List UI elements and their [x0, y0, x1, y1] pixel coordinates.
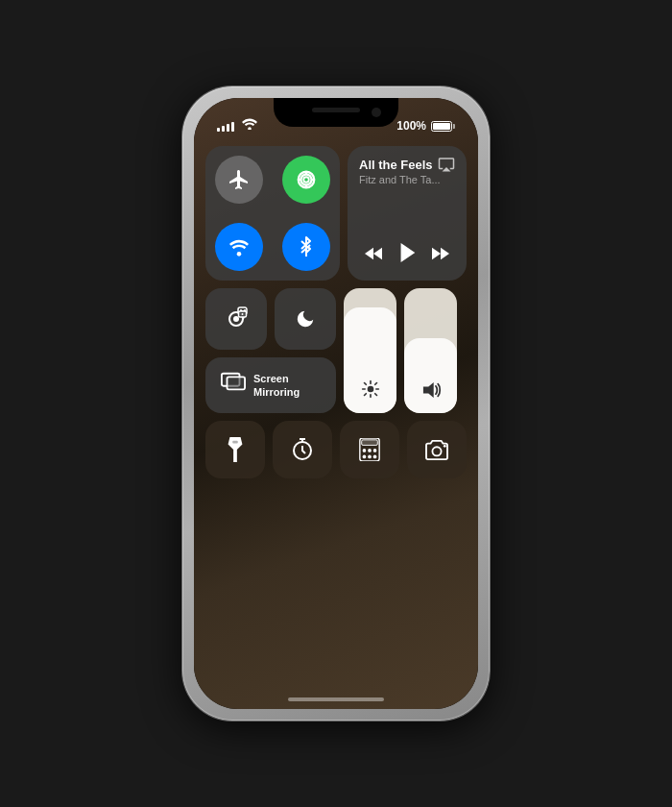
timer-button[interactable]	[273, 421, 332, 478]
top-util-buttons	[205, 288, 336, 350]
airplane-mode-circle	[215, 156, 263, 204]
svg-marker-30	[422, 382, 433, 398]
phone-screen: 100%	[194, 98, 478, 709]
battery-icon	[431, 121, 455, 132]
phone-device: 100%	[182, 86, 490, 721]
screen-mirror-icon	[221, 372, 246, 399]
music-controls	[359, 242, 455, 269]
svg-line-27	[374, 394, 376, 396]
battery-tip	[453, 124, 455, 129]
camera	[372, 108, 381, 117]
bluetooth-button[interactable]	[273, 213, 340, 281]
signal-bar-1	[217, 128, 220, 132]
battery-body	[431, 121, 452, 132]
screen-mirroring-label: Screen	[253, 372, 300, 385]
rewind-button[interactable]	[363, 245, 384, 267]
status-right: 100%	[396, 119, 455, 133]
signal-bar-4	[231, 122, 234, 132]
airplay-icon[interactable]	[438, 156, 455, 177]
signal-bar-2	[222, 126, 225, 132]
speaker	[312, 108, 360, 112]
screen-mirroring-text: Screen Mirroring	[253, 372, 300, 400]
svg-point-8	[237, 252, 242, 257]
svg-line-28	[374, 383, 376, 385]
svg-point-38	[363, 449, 367, 452]
svg-point-45	[444, 445, 446, 448]
svg-marker-12	[432, 247, 441, 259]
status-left	[217, 118, 257, 133]
volume-icon	[420, 381, 442, 404]
svg-point-42	[368, 455, 372, 459]
svg-rect-20	[228, 377, 246, 389]
connectivity-panel[interactable]	[205, 146, 340, 281]
row-1: All the Feels Fitz and The Ta...	[205, 146, 467, 281]
flashlight-button[interactable]	[205, 421, 265, 478]
screen-mirroring-button[interactable]: Screen Mirroring	[205, 357, 336, 413]
battery-fill	[433, 123, 450, 130]
volume-slider[interactable]	[404, 288, 457, 413]
svg-point-43	[373, 455, 377, 459]
svg-rect-37	[362, 440, 378, 446]
music-player-panel[interactable]: All the Feels Fitz and The Ta...	[348, 146, 467, 281]
signal-bars	[217, 120, 234, 132]
bottom-row	[205, 421, 467, 478]
fast-forward-button[interactable]	[430, 245, 451, 267]
camera-button[interactable]	[407, 421, 467, 478]
svg-marker-11	[401, 243, 416, 262]
notch	[274, 98, 398, 127]
svg-line-26	[364, 383, 366, 385]
svg-line-29	[364, 394, 366, 396]
home-indicator	[194, 690, 478, 709]
wifi-toggle-button[interactable]	[205, 213, 273, 281]
battery-percent-label: 100%	[396, 119, 426, 133]
svg-point-1	[301, 175, 312, 185]
home-bar	[288, 697, 384, 701]
svg-marker-9	[373, 247, 382, 259]
svg-point-21	[367, 386, 373, 393]
svg-point-40	[373, 449, 377, 452]
play-button[interactable]	[397, 242, 417, 269]
wifi-icon	[242, 118, 257, 133]
svg-point-0	[248, 127, 252, 130]
control-center-screen: 100%	[194, 98, 478, 709]
svg-point-44	[432, 447, 441, 455]
control-center: All the Feels Fitz and The Ta...	[194, 138, 478, 690]
signal-bar-3	[227, 124, 229, 132]
svg-point-3	[303, 177, 309, 183]
svg-point-39	[368, 449, 372, 452]
brightness-slider[interactable]	[344, 288, 396, 413]
cellular-circle	[282, 156, 330, 204]
svg-marker-13	[441, 247, 449, 259]
svg-rect-32	[232, 441, 238, 444]
calculator-button[interactable]	[340, 421, 399, 478]
sliders-area	[344, 288, 457, 413]
svg-point-41	[363, 455, 367, 459]
svg-marker-10	[365, 247, 373, 259]
screen-rotation-button[interactable]	[205, 288, 267, 350]
row-2: Screen Mirroring	[205, 288, 467, 413]
screen-mirroring-label-2: Mirroring	[253, 385, 300, 399]
left-controls: Screen Mirroring	[205, 288, 336, 413]
bluetooth-circle	[282, 223, 330, 271]
brightness-icon	[361, 379, 380, 404]
cellular-button[interactable]	[273, 146, 340, 213]
do-not-disturb-button[interactable]	[275, 288, 336, 350]
wifi-circle	[215, 223, 263, 271]
airplane-mode-button[interactable]	[205, 146, 273, 213]
svg-point-18	[242, 313, 244, 315]
